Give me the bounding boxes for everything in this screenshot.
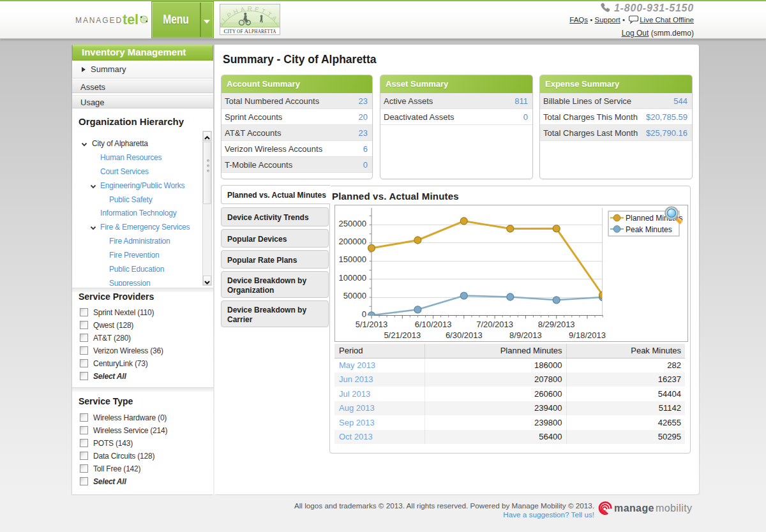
svg-text:6/30/2013: 6/30/2013 [446, 330, 483, 340]
svg-text:mobility: mobility [656, 503, 692, 514]
svg-text:8/29/2013: 8/29/2013 [538, 320, 575, 329]
svg-text:8/9/2013: 8/9/2013 [509, 330, 542, 340]
svg-text:100000: 100000 [339, 273, 366, 283]
svg-text:250000: 250000 [339, 219, 366, 228]
svg-text:200000: 200000 [339, 237, 366, 246]
svg-text:0: 0 [362, 309, 366, 319]
svg-text:9/18/2013: 9/18/2013 [569, 330, 606, 340]
svg-text:150000: 150000 [339, 255, 366, 264]
svg-text:6/10/2013: 6/10/2013 [415, 320, 452, 329]
svg-text:manage: manage [614, 503, 654, 514]
svg-text:50000: 50000 [343, 291, 366, 300]
svg-text:CITY OF ALPHARETTA: CITY OF ALPHARETTA [223, 28, 276, 34]
svg-text:5/1/2013: 5/1/2013 [356, 320, 388, 329]
svg-text:5/21/2013: 5/21/2013 [384, 330, 421, 340]
svg-text:7/20/2013: 7/20/2013 [476, 320, 513, 329]
svg-text:Peak Minutes: Peak Minutes [626, 225, 672, 234]
